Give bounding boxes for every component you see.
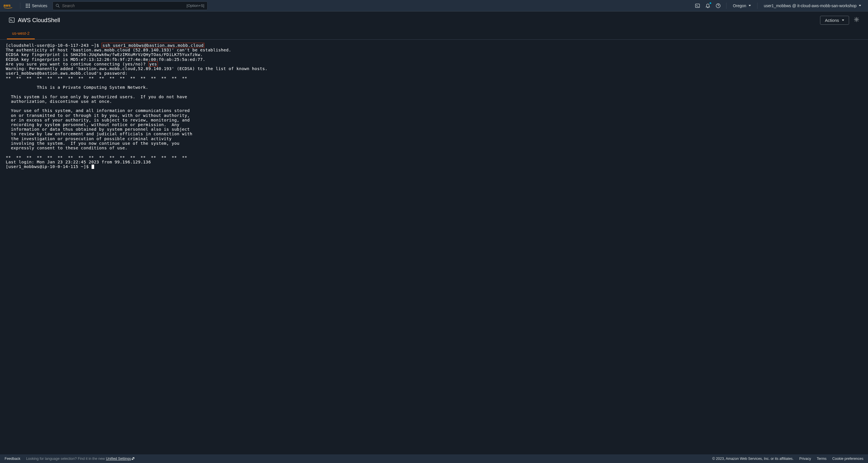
- terminal-line: user1_mobbws@bastion.aws.mobb.cloud's pa…: [6, 71, 127, 76]
- terminal-line: or in excess of your authority, is subje…: [6, 118, 190, 122]
- svg-rect-7: [26, 7, 27, 8]
- terminal-line: expressly consent to these conditions of…: [6, 146, 127, 150]
- svg-rect-6: [29, 5, 30, 6]
- top-navigation: aws Services [Option+S] Oregon user1_mob…: [0, 0, 868, 11]
- terminal-line: Your use of this system, and all informa…: [6, 108, 190, 113]
- terminal-line: involving the system. If you now continu…: [6, 141, 179, 146]
- svg-point-15: [856, 19, 857, 20]
- search-shortcut-hint: [Option+S]: [187, 3, 205, 8]
- svg-rect-8: [28, 7, 28, 8]
- terminal-cursor: [92, 165, 94, 169]
- aws-logo[interactable]: aws: [3, 3, 12, 9]
- svg-rect-3: [29, 4, 30, 5]
- gear-icon: [854, 17, 859, 22]
- chevron-down-icon: [859, 5, 861, 6]
- account-label: user1_mobbws @ it-cloud-aws-mobb-san-wor…: [764, 3, 857, 8]
- prompt: [cloudshell-user@ip-10-6-117-243 ~]$: [6, 43, 102, 48]
- terminal-line: Last login: Mon Jan 23 23:22:45 2023 fro…: [6, 160, 151, 164]
- terminal-line: authorization, discontinue use at once.: [6, 99, 112, 104]
- cloudshell-icon: [9, 17, 15, 23]
- notifications-button[interactable]: [703, 1, 713, 11]
- external-link-icon: [131, 457, 135, 460]
- svg-rect-1: [26, 4, 27, 5]
- terminal-line: on or transmitted to or through it by yo…: [6, 113, 190, 118]
- terminal-line: Are you sure you want to continue connec…: [6, 62, 148, 66]
- language-hint: Looking for language selection? Find it …: [26, 457, 135, 461]
- chevron-down-icon: [749, 5, 751, 6]
- terminal-line: recording by system personnel, without n…: [6, 122, 179, 127]
- terminal-line: ECDSA key fingerprint is SHA256:JUqXwk6w…: [6, 52, 203, 57]
- copyright: © 2023, Amazon Web Services, Inc. or its…: [712, 457, 794, 461]
- svg-point-13: [716, 3, 720, 7]
- highlighted-ssh-command: ssh user1_mobbws@bastion.aws.mobb.cloud: [102, 43, 205, 48]
- services-label: Services: [32, 3, 48, 8]
- svg-point-10: [56, 4, 59, 7]
- services-menu[interactable]: Services: [23, 2, 50, 9]
- terminal-line: information or data thus obtained by sys…: [6, 127, 190, 132]
- page-header: AWS CloudShell Actions: [0, 11, 868, 29]
- search-icon: [56, 4, 60, 8]
- search-box[interactable]: [Option+S]: [53, 1, 208, 10]
- terminal-line: This is a Private Computing System Netwo…: [6, 85, 148, 90]
- svg-rect-2: [28, 4, 28, 5]
- terminal-line: This system is for use only by authorize…: [6, 94, 187, 99]
- svg-rect-5: [28, 5, 28, 6]
- notification-indicator: [710, 2, 711, 4]
- terminal-line: The authenticity of host 'bastion.aws.mo…: [6, 48, 231, 52]
- svg-text:aws: aws: [3, 3, 11, 7]
- grid-icon: [26, 3, 30, 8]
- privacy-link[interactable]: Privacy: [799, 457, 811, 461]
- tab-us-west-2[interactable]: us-west-2: [7, 29, 35, 39]
- region-label: Oregon: [733, 3, 746, 8]
- footer: Feedback Looking for language selection?…: [0, 454, 868, 463]
- terminal-line: to review by law enforcement and judicia…: [6, 132, 192, 136]
- actions-button[interactable]: Actions: [820, 16, 849, 25]
- unified-settings-link[interactable]: Unified Settings: [106, 457, 131, 461]
- page-title-text: AWS CloudShell: [18, 17, 60, 24]
- chevron-down-icon: [842, 20, 844, 21]
- terminal-line: ECDSA key fingerprint is MD5:e7:13:12:26…: [6, 57, 205, 62]
- page-title: AWS CloudShell: [9, 17, 60, 24]
- svg-rect-9: [29, 7, 30, 8]
- terminal-line: ** ** ** ** ** ** ** ** ** ** ** ** ** *…: [6, 76, 187, 80]
- actions-label: Actions: [825, 18, 839, 23]
- settings-button[interactable]: [854, 17, 859, 24]
- cloudshell-icon-button[interactable]: [692, 1, 703, 11]
- search-input[interactable]: [62, 3, 187, 8]
- prompt: [user1_mobbws@ip-10-0-14-115 ~]$: [6, 164, 91, 169]
- terminal-line: the investigation or prosecution of poss…: [6, 137, 172, 141]
- account-menu[interactable]: user1_mobbws @ it-cloud-aws-mobb-san-wor…: [761, 1, 865, 11]
- help-button[interactable]: [713, 1, 723, 11]
- divider: [757, 3, 757, 9]
- svg-line-11: [58, 6, 59, 7]
- terminal-line: Warning: Permanently added 'bastion.aws.…: [6, 66, 268, 71]
- region-tabs: us-west-2: [0, 29, 868, 40]
- highlighted-yes: yes: [148, 61, 158, 67]
- terms-link[interactable]: Terms: [817, 457, 827, 461]
- region-selector[interactable]: Oregon: [730, 1, 754, 11]
- svg-rect-4: [26, 5, 27, 6]
- cookie-preferences-link[interactable]: Cookie preferences: [832, 457, 863, 461]
- terminal-output[interactable]: [cloudshell-user@ip-10-6-117-243 ~]$ ssh…: [0, 40, 868, 454]
- divider: [726, 3, 726, 9]
- terminal-line: ** ** ** ** ** ** ** ** ** ** ** ** ** *…: [6, 155, 187, 160]
- feedback-link[interactable]: Feedback: [5, 457, 20, 461]
